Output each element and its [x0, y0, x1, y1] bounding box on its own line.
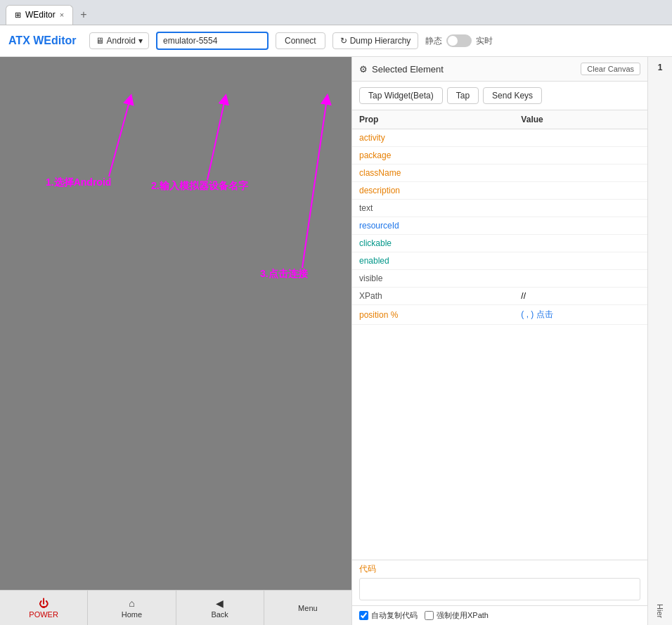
auto-copy-label: 自动复制代码 [371, 610, 418, 621]
mode-toggle[interactable] [446, 34, 472, 47]
menu-button[interactable]: Menu [264, 591, 351, 625]
power-icon: ⏻ [39, 598, 49, 609]
properties-table: Prop Value activitypackageclassNamedescr… [352, 110, 647, 560]
value-column-header: Value [514, 110, 647, 129]
prop-value-cell [514, 252, 647, 270]
table-row: activity [352, 129, 647, 147]
prop-name-cell: className [352, 165, 514, 182]
clear-canvas-button[interactable]: Clear Canvas [581, 63, 640, 75]
code-label: 代码 [359, 563, 640, 575]
table-row: package [352, 147, 647, 165]
menu-label: Menu [298, 604, 318, 612]
prop-value-cell [514, 270, 647, 288]
tab-close-button[interactable]: × [60, 11, 64, 19]
options-row: 自动复制代码 强制使用XPath [352, 605, 647, 625]
prop-name-cell: package [352, 147, 514, 165]
table-row: resourceId [352, 217, 647, 235]
prop-value-cell [514, 147, 647, 165]
browser-tab[interactable]: ⊞ WEditor × [6, 5, 73, 25]
tap-widget-button[interactable]: Tap Widget(Beta) [359, 87, 443, 104]
connect-button[interactable]: Connect [276, 32, 325, 49]
dump-label: Dump Hierarchy [350, 36, 411, 46]
svg-line-2 [207, 99, 225, 180]
table-row: className [352, 165, 647, 182]
prop-name-cell: text [352, 200, 514, 217]
prop-value-cell[interactable]: ( , ) 点击 [514, 305, 647, 325]
prop-name-cell: XPath [352, 288, 514, 305]
toggle-static-label: 静态 [425, 35, 442, 47]
prop-name-cell: position % [352, 305, 514, 325]
home-button[interactable]: ⌂ Home [88, 591, 176, 625]
action-buttons: Tap Widget(Beta) Tap Send Keys [352, 82, 647, 110]
force-xpath-checkbox[interactable] [425, 611, 434, 620]
table-row: XPath// [352, 288, 647, 305]
table-row: clickable [352, 235, 647, 252]
canvas-arrows [0, 57, 351, 590]
right-panel: ⚙ Selected Element Clear Canvas Tap Widg… [351, 57, 647, 625]
prop-name-cell: visible [352, 270, 514, 288]
code-section: 代码 [352, 560, 647, 605]
back-button[interactable]: ◀ Back [176, 591, 264, 625]
prop-value-cell [514, 129, 647, 147]
element-title: ⚙ Selected Element [359, 64, 444, 75]
side-strip: 1 Hier [647, 57, 672, 625]
prop-name-cell: activity [352, 129, 514, 147]
prop-value-cell [514, 235, 647, 252]
platform-dropdown[interactable]: 🖥 Android ▾ [89, 32, 149, 49]
home-icon: ⌂ [129, 598, 134, 609]
settings-icon: ⚙ [359, 64, 368, 75]
bottom-navigation: ⏻ POWER ⌂ Home ◀ Back Menu [0, 590, 351, 625]
prop-value-cell [514, 217, 647, 235]
canvas-annotation-2: 2.输入模拟器设备名字 [151, 180, 248, 193]
canvas-area[interactable]: 1.选择Android 2.输入模拟器设备名字 3.点击连接 [0, 57, 351, 590]
prop-name-cell: enabled [352, 252, 514, 270]
refresh-icon: ↻ [340, 36, 347, 46]
table-row: visible [352, 270, 647, 288]
svg-line-1 [109, 99, 130, 176]
home-label: Home [122, 610, 142, 619]
app-container: ATX WEditor 🖥 Android ▾ Connect ↻ Dump H… [0, 25, 672, 625]
prop-value-cell [514, 200, 647, 217]
code-input[interactable] [359, 578, 640, 600]
platform-label: Android [107, 36, 136, 46]
prop-name-cell: clickable [352, 235, 514, 252]
toggle-realtime-label: 实时 [476, 35, 493, 47]
mode-toggle-group: 静态 实时 [425, 34, 493, 47]
canvas-annotation-1: 1.选择Android [46, 176, 111, 189]
selected-element-label: Selected Element [372, 64, 444, 75]
element-header: ⚙ Selected Element Clear Canvas [352, 57, 647, 82]
tap-button[interactable]: Tap [447, 87, 479, 104]
svg-line-3 [302, 99, 327, 268]
back-label: Back [211, 610, 228, 619]
table-row: text [352, 200, 647, 217]
auto-copy-checkbox[interactable] [359, 611, 368, 620]
canvas-annotation-3: 3.点击连接 [260, 268, 308, 281]
back-icon: ◀ [216, 598, 224, 609]
hierarchy-label[interactable]: Hier [656, 604, 664, 625]
power-label: POWER [29, 610, 58, 619]
table-row: description [352, 182, 647, 200]
table-row: enabled [352, 252, 647, 270]
chevron-down-icon: ▾ [138, 36, 143, 46]
app-title: ATX WEditor [8, 34, 77, 47]
table-row: position %( , ) 点击 [352, 305, 647, 325]
new-tab-button[interactable]: + [76, 7, 91, 22]
prop-value-cell [514, 182, 647, 200]
prop-value-cell [514, 165, 647, 182]
send-keys-button[interactable]: Send Keys [483, 87, 542, 104]
force-xpath-label: 强制使用XPath [437, 610, 489, 621]
device-input[interactable] [156, 32, 269, 50]
main-content: 1.选择Android 2.输入模拟器设备名字 3.点击连接 ⏻ POWER ⌂… [0, 57, 672, 625]
browser-chrome: ⊞ WEditor × + [0, 0, 672, 25]
platform-icon: 🖥 [96, 36, 104, 46]
force-xpath-checkbox-label[interactable]: 强制使用XPath [425, 610, 489, 621]
toggle-knob [448, 36, 458, 46]
power-button[interactable]: ⏻ POWER [0, 591, 88, 625]
dump-hierarchy-button[interactable]: ↻ Dump Hierarchy [332, 32, 419, 49]
auto-copy-checkbox-label[interactable]: 自动复制代码 [359, 610, 418, 621]
tab-label: WEditor [25, 10, 56, 20]
prop-name-cell: description [352, 182, 514, 200]
prop-name-cell: resourceId [352, 217, 514, 235]
prop-column-header: Prop [352, 110, 514, 129]
prop-value-cell: // [514, 288, 647, 305]
